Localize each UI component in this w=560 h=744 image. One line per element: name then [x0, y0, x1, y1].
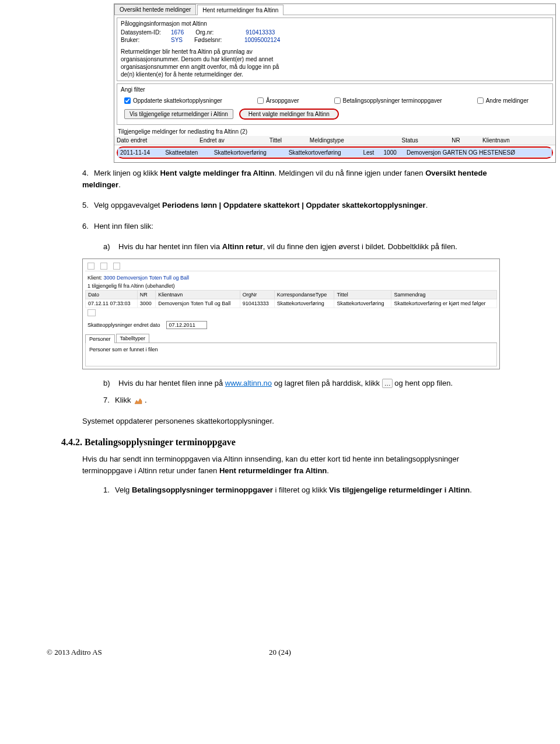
- orgnr-label: Org.nr:: [195, 29, 242, 36]
- filter-betaling-label: Betalingsopplysninger terminoppgaver: [343, 97, 442, 104]
- datasystem-label: Datasystem-ID:: [121, 29, 167, 36]
- file-row[interactable]: 07.12.11 07:33:03 3000 Demoversjon Toten…: [86, 299, 497, 308]
- col-klientnavn[interactable]: Klientnavn: [480, 136, 555, 145]
- browse-icon[interactable]: [88, 309, 96, 316]
- toolbar-icon-2[interactable]: [100, 263, 107, 270]
- heading-442: 4.4.2. Betalingsopplysninger terminoppga…: [61, 437, 499, 448]
- col2-orgnr[interactable]: OrgNr: [240, 290, 274, 299]
- vis-tilgjengelige-button[interactable]: Vis tilgjengelige returmeldinger i Altin…: [124, 109, 233, 119]
- filter-arsoppgaver-label: Årsoppgaver: [266, 97, 299, 104]
- page-number: 20 (24): [47, 648, 513, 657]
- toolbar-icon-3[interactable]: [113, 263, 120, 270]
- subtab-tabelltyper[interactable]: Tabelltyper: [116, 334, 150, 343]
- tab-hent-retur[interactable]: Hent returmeldinger fra Altinn: [197, 5, 284, 15]
- step-5: 5.Velg oppgavevalget Periodens lønn | Op…: [82, 200, 499, 211]
- checkbox-arsoppgaver[interactable]: [257, 97, 264, 104]
- step-4: 4.Merk linjen og klikk Hent valgte meldi…: [82, 167, 499, 190]
- col-nr[interactable]: NR: [449, 136, 480, 145]
- system-update-text: Systemet oppdaterer personenes skattekor…: [82, 415, 499, 427]
- filter-arsoppgaver[interactable]: Årsoppgaver: [257, 97, 299, 104]
- para-442: Hvis du har sendt inn terminoppgaven via…: [82, 453, 499, 476]
- screenshot-altinn-dialog: Oversikt hentede meldinger Hent returmel…: [114, 4, 556, 163]
- tab-oversikt[interactable]: Oversikt hentede meldinger: [114, 4, 196, 15]
- col2-dato[interactable]: Dato: [86, 290, 138, 299]
- col-meldingstype[interactable]: Meldingstype: [307, 136, 400, 145]
- col2-klientnavn[interactable]: Klientnavn: [156, 290, 240, 299]
- col-endret-av[interactable]: Endret av: [197, 136, 267, 145]
- toolbar: [85, 261, 497, 271]
- cell-endret-av: Skatteetaten: [163, 148, 212, 157]
- cell-tittel: Skattekortoverføring: [212, 148, 286, 157]
- step-6b: b)Hvis du har hentet filen inne på www.a…: [103, 378, 499, 389]
- filter-andre-label: Andre meldinger: [486, 97, 528, 104]
- filter-skattekort-label: Oppdaterte skattekortopplysninger: [133, 97, 222, 104]
- toolbar-icon-1[interactable]: [88, 263, 94, 270]
- checkbox-andre[interactable]: [477, 97, 484, 104]
- cell2-klientnavn: Demoversjon Toten Tull og Ball: [156, 299, 240, 308]
- cell2-tittel: Skattekortoverføring: [334, 299, 391, 308]
- login-info-section: Påloggingsinformasjon mot Altinn Datasys…: [117, 18, 553, 81]
- login-info-title: Påloggingsinformasjon mot Altinn: [121, 20, 549, 27]
- tab-row: Oversikt hentede meldinger Hent returmel…: [114, 4, 555, 15]
- col2-tittel[interactable]: Tittel: [334, 290, 391, 299]
- ellipsis-icon[interactable]: [382, 379, 393, 388]
- step-6a: a)Hvis du har hentet inn filen via Altin…: [103, 241, 499, 253]
- bruker-label: Bruker:: [121, 37, 167, 43]
- filter-title: Angi filter: [121, 86, 549, 93]
- messages-table: Dato endret Endret av Tittel Meldingstyp…: [114, 136, 555, 145]
- datasystem-value: 1676: [171, 29, 184, 36]
- step-7: 7.Klikk .: [103, 394, 499, 406]
- filter-section: Angi filter Oppdaterte skattekortopplysn…: [117, 83, 553, 125]
- klient-value: 3000 Demoversjon Toten Tull og Ball: [104, 275, 189, 281]
- panel-text: Personer som er funnet i filen: [89, 347, 158, 352]
- table-row[interactable]: 2011-11-14 Skatteetaten Skattekortoverfø…: [118, 148, 552, 157]
- cell2-nr: 3000: [137, 299, 156, 308]
- filter-andre[interactable]: Andre meldinger: [477, 97, 528, 104]
- altinn-link[interactable]: www.altinn.no: [225, 379, 272, 387]
- hent-valgte-button[interactable]: Hent valgte meldinger fra Altinn: [239, 109, 339, 120]
- checkbox-skattekort[interactable]: [124, 97, 131, 104]
- orgnr-value: 910413333: [246, 29, 275, 36]
- col2-korrtype[interactable]: KorrespondanseType: [274, 290, 334, 299]
- step-6: 6.Hent inn filen slik:: [82, 221, 499, 232]
- date-field-value[interactable]: 07.12.2011: [166, 321, 207, 329]
- cell-klientnavn: Demoversjon GARTEN OG HESTENESØ: [404, 148, 552, 157]
- cell-status: Lest: [360, 148, 381, 157]
- cell-meldingstype: Skattekortoverføring: [286, 148, 361, 157]
- pointer-icon[interactable]: [133, 396, 145, 406]
- cell-dato: 2011-11-14: [118, 148, 163, 157]
- cell2-sammendrag: Skattekortoverføring er kjørt med følger: [391, 299, 497, 308]
- copyright: © 2013 Aditro AS: [47, 648, 102, 657]
- col-dato[interactable]: Dato endret: [114, 136, 197, 145]
- subtab-personer[interactable]: Personer: [85, 334, 115, 343]
- page-footer: 20 (24) © 2013 Aditro AS: [0, 648, 560, 669]
- cell2-korrtype: Skattekortoverføring: [274, 299, 334, 308]
- col-tittel[interactable]: Tittel: [267, 136, 307, 145]
- grid-label: Tilgjengelige meldinger for nedlasting f…: [114, 127, 555, 136]
- cell2-orgnr: 910413333: [240, 299, 274, 308]
- checkbox-betaling[interactable]: [334, 97, 341, 104]
- klient-label: Klient:: [88, 275, 102, 281]
- info-text: Returmeldinger blir hentet fra Altinn på…: [121, 48, 284, 78]
- available-files-label: 1 tilgjengelig fil fra Altinn (ubehandle…: [85, 282, 497, 290]
- fodsel-label: Fødselsnr:: [194, 37, 241, 43]
- screenshot-file-view: Klient: 3000 Demoversjon Toten Tull og B…: [82, 259, 500, 369]
- files-table: Dato NR Klientnavn OrgNr KorrespondanseT…: [85, 290, 497, 308]
- date-field-label: Skatteopplysninger endret dato: [88, 322, 160, 328]
- highlighted-row: 2011-11-14 Skatteetaten Skattekortoverfø…: [117, 146, 553, 159]
- fodsel-value: 10095002124: [244, 37, 280, 43]
- col2-sammendrag[interactable]: Sammendrag: [391, 290, 497, 299]
- cell2-dato: 07.12.11 07:33:03: [86, 299, 138, 308]
- bruker-value: SYS: [171, 37, 183, 43]
- step-442-1: 1.Velg Betalingsopplysninger terminoppga…: [103, 484, 499, 496]
- persons-panel: Personer som er funnet i filen: [85, 343, 497, 366]
- filter-skattekort[interactable]: Oppdaterte skattekortopplysninger: [124, 97, 222, 104]
- col-status[interactable]: Status: [399, 136, 449, 145]
- cell-nr: 1000: [382, 148, 404, 157]
- filter-betaling[interactable]: Betalingsopplysninger terminoppgaver: [334, 97, 442, 104]
- col2-nr[interactable]: NR: [137, 290, 156, 299]
